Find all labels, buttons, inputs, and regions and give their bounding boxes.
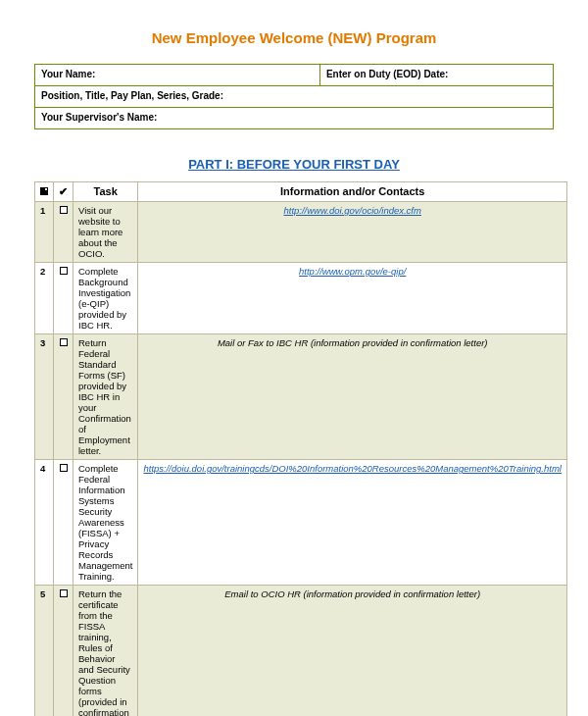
header-icon-a — [35, 182, 54, 202]
supervisor-field[interactable]: Your Supervisor's Name: — [35, 108, 554, 129]
row-task: Complete Federal Information Systems Sec… — [74, 460, 138, 586]
header-info: Information and/or Contacts — [138, 182, 567, 202]
info-link[interactable]: http://www.doi.gov/ocio/index.cfm — [283, 205, 420, 216]
row-checkbox[interactable] — [54, 586, 74, 717]
row-task: Visit our website to learn more about th… — [74, 202, 138, 263]
checkbox-icon[interactable] — [60, 267, 68, 275]
eod-field[interactable]: Enter on Duty (EOD) Date: — [319, 65, 553, 86]
table-row: 2Complete Background Investigation (e-QI… — [35, 263, 567, 334]
info-link[interactable]: https://doiu.doi.gov/trainingcds/DOI%20I… — [143, 463, 562, 474]
row-number: 2 — [35, 263, 54, 334]
info-link[interactable]: http://www.opm.gov/e-qip/ — [299, 266, 406, 277]
row-info: http://www.opm.gov/e-qip/ — [138, 263, 567, 334]
row-number: 3 — [35, 334, 54, 460]
checkbox-icon[interactable] — [60, 464, 68, 472]
row-info: http://www.doi.gov/ocio/index.cfm — [138, 202, 567, 263]
row-checkbox[interactable] — [54, 460, 74, 586]
row-number: 4 — [35, 460, 54, 586]
header-task: Task — [74, 182, 138, 202]
table-row: 4Complete Federal Information Systems Se… — [35, 460, 567, 586]
row-checkbox[interactable] — [54, 334, 74, 460]
row-checkbox[interactable] — [54, 202, 74, 263]
table-row: 3Return Federal Standard Forms (SF) prov… — [35, 334, 567, 460]
row-task: Complete Background Investigation (e-QIP… — [74, 263, 138, 334]
row-info: Mail or Fax to IBC HR (information provi… — [138, 334, 567, 460]
table-row: 5Return the certificate from the FISSA t… — [35, 586, 567, 717]
row-number: 1 — [35, 202, 54, 263]
part1-table: ✔ Task Information and/or Contacts 1Visi… — [34, 181, 567, 716]
page-title: New Employee Welcome (NEW) Program — [34, 29, 554, 46]
checkbox-icon[interactable] — [60, 206, 68, 214]
position-field[interactable]: Position, Title, Pay Plan, Series, Grade… — [35, 86, 554, 108]
row-task: Return the certificate from the FISSA tr… — [74, 586, 138, 717]
row-number: 5 — [35, 586, 54, 717]
row-checkbox[interactable] — [54, 263, 74, 334]
row-info: Email to OCIO HR (information provided i… — [138, 586, 567, 717]
checkbox-icon[interactable] — [60, 589, 68, 597]
table-row: 1Visit our website to learn more about t… — [35, 202, 567, 263]
row-task: Return Federal Standard Forms (SF) provi… — [74, 334, 138, 460]
part1-heading: PART I: BEFORE YOUR FIRST DAY — [34, 157, 554, 172]
checkbox-icon[interactable] — [60, 338, 68, 346]
row-info: https://doiu.doi.gov/trainingcds/DOI%20I… — [138, 460, 567, 586]
name-field[interactable]: Your Name: — [35, 65, 320, 86]
header-icon-b: ✔ — [54, 182, 74, 202]
info-table: Your Name: Enter on Duty (EOD) Date: Pos… — [34, 64, 554, 129]
